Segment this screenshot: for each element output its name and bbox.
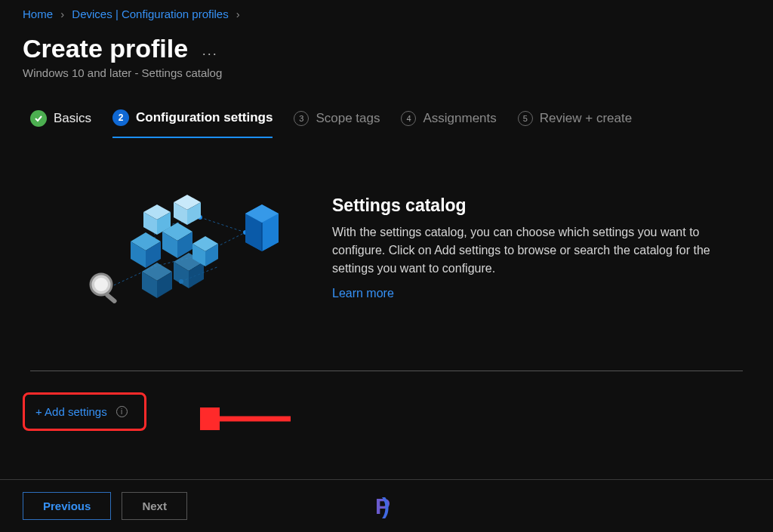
tab-scope-tags[interactable]: 3 Scope tags bbox=[294, 111, 380, 137]
previous-button[interactable]: Previous bbox=[23, 492, 111, 520]
footer-bar: Previous Next P) bbox=[0, 479, 773, 532]
breadcrumb-devices[interactable]: Devices | Configuration profiles bbox=[72, 8, 228, 20]
learn-more-link[interactable]: Learn more bbox=[332, 287, 394, 300]
svg-rect-14 bbox=[104, 292, 118, 304]
check-icon bbox=[30, 110, 47, 127]
brand-logo-icon: P) bbox=[375, 494, 398, 519]
page-header: Create profile ··· Windows 10 and later … bbox=[0, 28, 773, 93]
tab-label: Scope tags bbox=[316, 111, 380, 126]
breadcrumb: Home › Devices | Configuration profiles … bbox=[0, 0, 773, 28]
info-panel: Settings catalog With the settings catal… bbox=[332, 191, 743, 300]
annotation-arrow-icon bbox=[200, 407, 298, 430]
svg-point-13 bbox=[94, 278, 108, 291]
step-number-icon: 5 bbox=[518, 111, 533, 126]
svg-line-4 bbox=[200, 217, 245, 232]
next-button[interactable]: Next bbox=[122, 492, 187, 520]
tab-label: Basics bbox=[54, 111, 91, 126]
settings-catalog-illustration bbox=[83, 191, 294, 319]
step-number-icon: 3 bbox=[294, 111, 309, 126]
chevron-right-icon: › bbox=[236, 8, 240, 20]
step-number-icon: 4 bbox=[401, 111, 416, 126]
info-icon[interactable]: i bbox=[116, 406, 128, 417]
breadcrumb-home[interactable]: Home bbox=[23, 8, 53, 20]
chevron-right-icon: › bbox=[60, 8, 64, 20]
tab-label: Assignments bbox=[423, 111, 496, 126]
info-heading: Settings catalog bbox=[332, 195, 743, 216]
wizard-tabs: Basics 2 Configuration settings 3 Scope … bbox=[0, 93, 773, 138]
page-title: Create profile bbox=[23, 34, 188, 63]
content-area: Settings catalog With the settings catal… bbox=[0, 138, 773, 349]
add-settings-label: + Add settings bbox=[35, 405, 107, 418]
add-settings-button[interactable]: + Add settings i bbox=[23, 392, 146, 431]
divider bbox=[30, 371, 743, 371]
step-number-icon: 2 bbox=[112, 109, 129, 126]
tab-label: Review + create bbox=[540, 111, 632, 126]
more-icon[interactable]: ··· bbox=[202, 46, 218, 62]
tab-review-create[interactable]: 5 Review + create bbox=[518, 111, 632, 137]
tab-basics[interactable]: Basics bbox=[30, 110, 91, 137]
tab-label: Configuration settings bbox=[136, 110, 273, 125]
tab-configuration-settings[interactable]: 2 Configuration settings bbox=[112, 109, 273, 138]
page-subtitle: Windows 10 and later - Settings catalog bbox=[23, 66, 750, 79]
info-body: With the settings catalog, you can choos… bbox=[332, 223, 743, 278]
tab-assignments[interactable]: 4 Assignments bbox=[401, 111, 496, 137]
